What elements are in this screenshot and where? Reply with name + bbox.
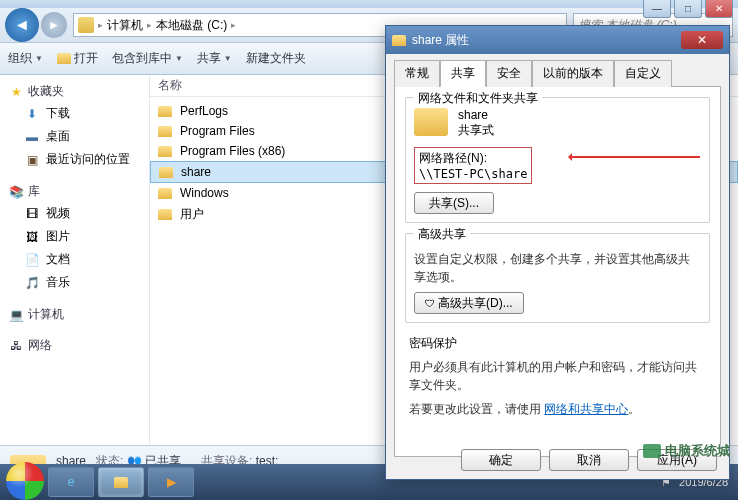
share-name: share [458,108,494,122]
folder-icon [158,188,172,199]
network-icon: 🖧 [8,338,24,354]
section-password-title: 密码保护 [409,335,706,352]
sidebar-item-pictures[interactable]: 🖼图片 [4,225,145,248]
advanced-share-button[interactable]: 高级共享(D)... [414,292,524,314]
nav-back-button[interactable]: ◄ [5,8,39,42]
file-name: Program Files [180,124,255,138]
watermark: 电脑系统城 [643,442,730,460]
folder-icon [114,477,128,488]
share-status: 共享式 [458,122,494,139]
folder-icon [158,146,172,157]
folder-icon [159,167,173,178]
share-button[interactable]: 共享(S)... [414,192,494,214]
sidebar-computer-header[interactable]: 💻计算机 [4,304,145,325]
dialog-title: share 属性 [412,32,469,49]
tab-4[interactable]: 自定义 [614,60,672,87]
computer-icon: 💻 [8,307,24,323]
section-advanced-sharing-title: 高级共享 [414,226,470,243]
dialog-tabs: 常规共享安全以前的版本自定义 [394,60,721,87]
ok-button[interactable]: 确定 [461,449,541,471]
advanced-sharing-text: 设置自定义权限，创建多个共享，并设置其他高级共享选项。 [414,250,701,286]
picture-icon: 🖼 [24,229,40,245]
desktop-icon: ▬ [24,129,40,145]
sidebar: ★收藏夹 ⬇下载 ▬桌面 ▣最近访问的位置 📚库 🎞视频 🖼图片 📄文档 🎵音乐… [0,75,150,445]
toolbar-share[interactable]: 共享 ▼ [197,50,232,67]
properties-dialog: share 属性 ✕ 常规共享安全以前的版本自定义 网络文件和文件夹共享 sha… [385,25,730,480]
sidebar-network-header[interactable]: 🖧网络 [4,335,145,356]
drive-icon [78,17,94,33]
folder-icon [158,209,172,220]
wmp-icon: ▶ [167,475,176,489]
section-network-sharing-title: 网络文件和文件夹共享 [414,90,542,107]
toolbar-new-folder[interactable]: 新建文件夹 [246,50,306,67]
annotation-arrow [570,156,700,158]
sidebar-item-documents[interactable]: 📄文档 [4,248,145,271]
cancel-button[interactable]: 取消 [549,449,629,471]
file-name: share [181,165,211,179]
network-path-box: 网络路径(N): \\TEST-PC\share [414,147,532,184]
sidebar-item-music[interactable]: 🎵音乐 [4,271,145,294]
file-name: Program Files (x86) [180,144,285,158]
ie-icon: e [68,475,75,489]
video-icon: 🎞 [24,206,40,222]
file-name: Windows [180,186,229,200]
folder-icon [57,53,71,64]
file-name: 用户 [180,206,204,223]
file-name: PerfLogs [180,104,228,118]
library-icon: 📚 [8,184,24,200]
folder-icon [392,35,406,46]
network-path-value: \\TEST-PC\share [419,167,527,181]
folder-icon [158,106,172,117]
chevron-down-icon: ▼ [35,54,43,63]
star-icon: ★ [8,84,24,100]
download-icon: ⬇ [24,106,40,122]
sidebar-libraries-header[interactable]: 📚库 [4,181,145,202]
folder-icon [414,108,448,136]
password-protection-text: 用户必须具有此计算机的用户帐户和密码，才能访问共享文件夹。 [409,358,706,394]
taskbar-ie[interactable]: e [48,467,94,497]
password-text2: 若要更改此设置，请使用 [409,402,541,416]
dialog-close-button[interactable]: ✕ [681,31,723,49]
tab-0[interactable]: 常规 [394,60,440,87]
document-icon: 📄 [24,252,40,268]
window-maximize[interactable]: □ [674,0,702,18]
chevron-right-icon: ▸ [98,20,103,30]
chevron-right-icon: ▸ [231,20,236,30]
toolbar-include-library[interactable]: 包含到库中 ▼ [112,50,183,67]
chevron-down-icon: ▼ [175,54,183,63]
folder-icon [158,126,172,137]
breadcrumb-drive[interactable]: 本地磁盘 (C:) [156,17,227,34]
sidebar-item-desktop[interactable]: ▬桌面 [4,125,145,148]
recent-icon: ▣ [24,152,40,168]
breadcrumb-root[interactable]: 计算机 [107,17,143,34]
taskbar-explorer[interactable] [98,467,144,497]
sidebar-item-videos[interactable]: 🎞视频 [4,202,145,225]
window-minimize[interactable]: — [643,0,671,18]
taskbar-wmp[interactable]: ▶ [148,467,194,497]
toolbar-open[interactable]: 打开 [57,50,98,67]
tab-1[interactable]: 共享 [440,60,486,87]
tab-2[interactable]: 安全 [486,60,532,87]
music-icon: 🎵 [24,275,40,291]
network-path-label: 网络路径(N): [419,150,527,167]
tab-3[interactable]: 以前的版本 [532,60,614,87]
nav-forward-button[interactable]: ► [41,12,67,38]
chevron-right-icon: ▸ [147,20,152,30]
start-button[interactable] [6,462,44,500]
chevron-down-icon: ▼ [224,54,232,63]
sidebar-favorites-header[interactable]: ★收藏夹 [4,81,145,102]
network-sharing-center-link[interactable]: 网络和共享中心 [544,402,628,416]
window-close[interactable]: ✕ [705,0,733,18]
toolbar-organize[interactable]: 组织 ▼ [8,50,43,67]
sidebar-item-recent[interactable]: ▣最近访问的位置 [4,148,145,171]
sidebar-item-downloads[interactable]: ⬇下载 [4,102,145,125]
